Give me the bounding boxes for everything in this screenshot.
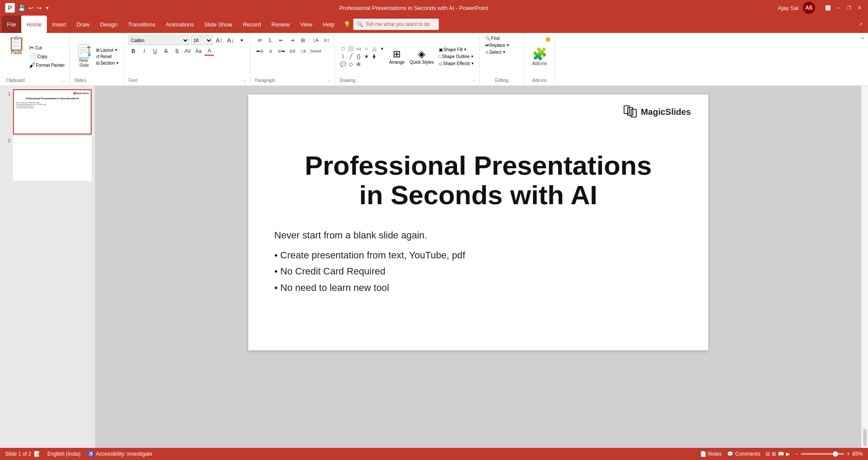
notes-button[interactable]: 📄 Notes xyxy=(700,451,722,457)
line-spacing-button[interactable]: ↕≡ xyxy=(298,46,308,56)
comments-button[interactable]: 💬 Comments xyxy=(727,451,760,457)
reading-view-button[interactable]: 📖 xyxy=(778,451,784,457)
slide-title[interactable]: Professional Presentationsin Seconds wit… xyxy=(274,151,682,210)
shape-oval[interactable]: ○ xyxy=(363,45,370,52)
save-icon[interactable]: 💾 xyxy=(18,5,25,11)
search-input[interactable] xyxy=(366,21,435,27)
addins-label[interactable]: Add-ins xyxy=(532,61,547,66)
justify-button[interactable]: ≡≡ xyxy=(287,46,297,56)
shape-outline-button[interactable]: □ Shape Outline ▼ xyxy=(437,54,476,59)
normal-view-button[interactable]: ⊟ xyxy=(766,451,770,457)
redo-icon[interactable]: ↪ xyxy=(37,5,42,11)
slide-canvas[interactable]: MagicSlides Professional Presentationsin… xyxy=(248,95,708,350)
slide-body[interactable]: Never start from a blank slide again. • … xyxy=(274,227,682,296)
menu-view[interactable]: View xyxy=(295,16,318,33)
collapse-ribbon-button[interactable]: ⌃ xyxy=(860,35,865,84)
layout-button[interactable]: ⊞ Layout ▼ xyxy=(95,47,120,53)
font-size-increase[interactable]: A↑ xyxy=(214,36,224,45)
shape-star[interactable]: ★ xyxy=(363,53,370,60)
menu-draw[interactable]: Draw xyxy=(71,16,95,33)
font-launcher[interactable]: ⌄ xyxy=(243,78,247,82)
increase-indent-button[interactable]: ⇥ xyxy=(287,36,297,45)
zoom-slider[interactable] xyxy=(801,453,844,455)
para-launcher[interactable]: ⌄ xyxy=(328,78,331,82)
minimize-button[interactable]: ─ xyxy=(835,4,842,11)
user-avatar[interactable]: AS xyxy=(803,2,815,14)
menu-transitions[interactable]: Transitions xyxy=(123,16,161,33)
slide-sorter-button[interactable]: ⊞ xyxy=(772,451,776,457)
clear-formatting[interactable]: ✦ xyxy=(237,36,247,45)
menu-review[interactable]: Review xyxy=(266,16,295,33)
addins-icon[interactable]: 🧩 xyxy=(532,47,547,61)
presenter-view-button[interactable]: ▶ xyxy=(786,451,790,457)
text-direction-button[interactable]: ↕A xyxy=(311,36,320,45)
convert-smartart-button[interactable]: SmArt xyxy=(311,46,320,56)
copy-button[interactable]: 📄 Copy xyxy=(28,52,66,60)
new-slide-button[interactable]: 📑 NewSlide xyxy=(74,44,94,69)
shadow-button[interactable]: S xyxy=(172,46,181,56)
undo-icon[interactable]: ↩ xyxy=(29,5,33,11)
cut-button[interactable]: ✂ Cut xyxy=(28,44,66,52)
shape-action[interactable]: ⊕ xyxy=(355,61,362,68)
shape-flow[interactable]: ◇ xyxy=(347,61,354,68)
accessibility-indicator[interactable]: ♿ Accessibility: Investigate xyxy=(88,451,152,457)
menu-design[interactable]: Design xyxy=(95,16,123,33)
menu-slideshow[interactable]: Slide Show xyxy=(199,16,237,33)
vertical-scrollbar-thumb[interactable] xyxy=(863,429,867,446)
center-button[interactable]: ≡ xyxy=(266,46,275,56)
format-painter-button[interactable]: 🖌 Format Painter xyxy=(28,61,66,69)
font-size-select[interactable]: 18 xyxy=(191,36,213,45)
menu-insert[interactable]: Insert xyxy=(47,16,72,33)
language-indicator[interactable]: English (India) xyxy=(47,451,81,457)
shape-roundrect[interactable]: ▭ xyxy=(355,45,362,52)
menu-animations[interactable]: Animations xyxy=(161,16,199,33)
shape-callout[interactable]: 💬 xyxy=(339,61,346,68)
shape-connector[interactable]: ╱ xyxy=(347,53,354,60)
find-button[interactable]: 🔍 Find xyxy=(484,36,520,41)
shape-arrow[interactable]: ⟩ xyxy=(339,53,346,60)
shape-rect[interactable]: □ xyxy=(339,45,346,52)
select-button[interactable]: ⊹ Select ▼ xyxy=(484,49,520,55)
shape-more[interactable]: ▼ xyxy=(378,45,385,52)
section-button[interactable]: ⊟ Section ▼ xyxy=(95,60,120,66)
drawing-launcher[interactable]: ⌄ xyxy=(472,78,476,82)
replace-button[interactable]: ⇄ Replace ▼ xyxy=(484,42,520,48)
char-spacing-button[interactable]: AV xyxy=(183,46,192,56)
quick-styles-button[interactable]: ◈ Quick Styles xyxy=(408,48,436,65)
font-case-button[interactable]: Aa xyxy=(194,46,203,56)
shape-rect2[interactable]: ⬜ xyxy=(347,45,354,52)
numbering-button[interactable]: 1. xyxy=(266,36,275,45)
close-button[interactable]: ✕ xyxy=(856,4,863,11)
paste-button[interactable]: 📋 Paste xyxy=(6,36,27,77)
slide-thumbnail-1[interactable]: 🟫 MagicSlides Professional Presentations… xyxy=(13,89,92,134)
shape-misc[interactable]: ⧫ xyxy=(371,53,378,60)
italic-button[interactable]: I xyxy=(139,46,149,56)
font-family-select[interactable]: Calibri xyxy=(128,36,189,45)
customize-icon[interactable]: ▼ xyxy=(45,6,49,10)
columns-button[interactable]: ⊞ xyxy=(298,36,308,45)
reset-button[interactable]: ↺ Reset xyxy=(95,54,120,59)
ribbon-display-options[interactable]: ⬜ xyxy=(825,4,832,11)
arrange-button[interactable]: ⊞ Arrange xyxy=(387,48,406,65)
bold-button[interactable]: B xyxy=(128,46,138,56)
font-color-button[interactable]: A xyxy=(204,46,214,56)
menu-record[interactable]: Record xyxy=(237,16,266,33)
menu-home[interactable]: Home xyxy=(21,16,47,33)
align-left-button[interactable]: ⬅≡ xyxy=(255,46,264,56)
menu-file[interactable]: File xyxy=(2,16,21,33)
zoom-in-icon[interactable]: + xyxy=(847,451,850,457)
tell-me-search[interactable]: 🔍 xyxy=(353,19,439,30)
menu-help[interactable]: Help xyxy=(318,16,340,33)
font-size-decrease[interactable]: A↓ xyxy=(226,36,235,45)
shape-effects-button[interactable]: ◇ Shape Effects ▼ xyxy=(437,61,476,66)
restore-button[interactable]: ❐ xyxy=(845,4,852,11)
clipboard-launcher[interactable]: ⌄ xyxy=(62,78,66,82)
slide-thumbnail-2[interactable] xyxy=(13,136,92,181)
underline-button[interactable]: U xyxy=(150,46,160,56)
bullets-button[interactable]: ≡• xyxy=(255,36,264,45)
shape-eq[interactable]: {} xyxy=(355,53,362,60)
align-right-button[interactable]: ≡➡ xyxy=(276,46,286,56)
shape-fill-button[interactable]: ▣ Shape Fill ▼ xyxy=(437,47,476,52)
shape-tri[interactable]: △ xyxy=(371,45,378,52)
decrease-indent-button[interactable]: ⇤ xyxy=(276,36,286,45)
